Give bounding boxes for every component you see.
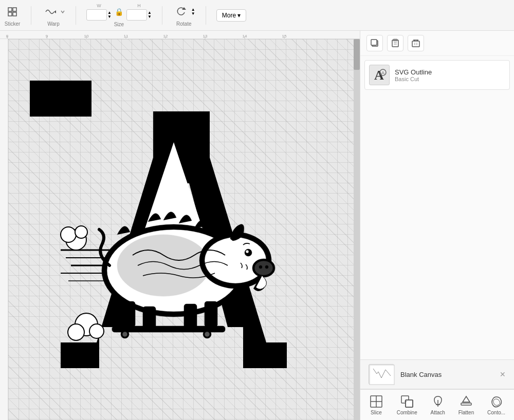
ruler-left [0,39,8,420]
ruler-mark-9: 9 [46,34,48,39]
layer-delete-button[interactable] [408,35,424,51]
warp-tool: Warp [42,4,65,27]
ruler-mark-15: 15 [282,34,287,39]
blank-canvas-label: Blank Canvas [400,371,442,378]
ruler-mark-13: 13 [203,34,208,39]
scrollbar-right[interactable] [354,39,360,420]
layers-list: A A SVG Outline Basic Cut [360,56,514,359]
layer-thumb-svg: A A [369,65,390,85]
layer-type-svg: Basic Cut [395,76,432,82]
warp-label: Warp [47,21,60,27]
layer-info-svg: SVG Outline Basic Cut [395,68,432,82]
more-arrow: ▾ [237,12,241,19]
contour-tool[interactable]: Conto... [483,392,509,417]
svg-point-18 [259,265,262,269]
ruler-mark-11: 11 [124,34,128,39]
attach-icon [431,394,445,409]
size-tool: W ▲ ▼ 🔒 H ▲ ▼ [86,3,152,27]
divider2 [76,6,76,25]
more-button[interactable]: More ▾ [216,9,246,22]
svg-point-17 [254,261,273,275]
ruler-mark-8: 8 [6,34,8,39]
scrollbar-thumb[interactable] [354,39,360,70]
rotate-label: Rotate [176,21,191,27]
svg-rect-10 [30,81,91,117]
contour-icon [489,394,504,409]
layer-name-svg: SVG Outline [395,68,432,76]
svg-text:▾: ▾ [405,399,407,404]
svg-rect-48 [412,41,419,47]
bottom-toolbar: Slice ▾ Combine Attach Flatten [360,389,514,420]
svg-rect-2 [8,12,12,16]
combine-tool[interactable]: ▾ Combine [393,392,421,417]
svg-point-32 [61,227,76,242]
rotate-tool: ▲ ▼ Rotate [173,4,195,27]
width-input[interactable] [86,9,107,21]
svg-rect-1 [13,8,16,11]
flatten-icon [459,394,473,409]
more-label: More [222,12,236,19]
divider3 [162,6,162,25]
warp-button[interactable] [42,4,58,20]
lock-icon[interactable]: 🔒 [115,8,123,16]
sticker-tool: Sticker [4,4,21,27]
svg-rect-24 [184,304,197,329]
svg-point-13 [117,235,210,296]
ruler-mark-12: 12 [163,34,168,39]
svg-point-15 [205,237,266,283]
svg-point-19 [265,265,268,269]
width-label: W [97,3,101,8]
blank-canvas-thumb [369,364,394,385]
combine-icon: ▾ [400,394,414,409]
svg-marker-4 [54,10,56,13]
size-label: Size [114,22,124,27]
contour-label: Conto... [487,410,505,415]
height-label: H [137,3,141,8]
svg-point-36 [89,324,104,338]
svg-point-35 [68,324,84,340]
svg-rect-43 [371,40,377,45]
svg-marker-5 [182,7,186,10]
svg-rect-0 [8,8,12,11]
blank-canvas-area: Blank Canvas ✕ [360,359,514,389]
svg-point-21 [246,250,249,253]
svg-point-41 [205,332,210,337]
main-toolbar: Sticker Warp W ▲ ▼ 🔒 [0,0,514,31]
layer-paste-button[interactable] [387,35,403,51]
slice-icon [369,394,383,409]
height-input[interactable] [126,9,147,21]
svg-rect-72 [461,403,471,405]
layer-item-svg-outline[interactable]: A A SVG Outline Basic Cut [364,60,510,90]
attach-label: Attach [431,410,445,415]
svg-rect-57 [370,365,394,385]
rotate-button[interactable] [173,4,189,20]
divider4 [206,6,206,25]
flatten-tool[interactable]: Flatten [454,392,479,417]
svg-rect-67 [406,400,413,407]
svg-rect-22 [122,301,135,327]
right-panel: Layers Color Sync ✕ A A SVG Outline [360,0,514,420]
height-down[interactable]: ▼ [148,15,152,19]
design-svg[interactable] [30,75,287,384]
canvas-area[interactable] [8,39,360,420]
flatten-label: Flatten [458,410,474,415]
layer-toolbar [360,31,514,56]
sticker-label: Sticker [5,21,21,27]
ruler-mark-10: 10 [84,34,89,39]
ruler-mark-14: 14 [243,34,247,39]
slice-tool[interactable]: Slice [365,392,388,417]
sticker-button[interactable] [4,4,21,20]
svg-rect-25 [205,301,217,327]
svg-marker-73 [463,396,470,402]
layer-copy-button[interactable] [366,35,383,51]
warp-dropdown-icon [60,9,65,14]
svg-point-33 [75,226,87,238]
attach-tool[interactable]: Attach [427,392,449,417]
slice-label: Slice [371,410,382,415]
ruler-top: 8 9 10 11 12 13 14 15 [0,31,360,39]
svg-text:A: A [381,70,384,75]
svg-rect-3 [13,12,16,16]
width-down[interactable]: ▼ [107,15,112,19]
blank-canvas-close-button[interactable]: ✕ [500,370,506,378]
rotate-down[interactable]: ▼ [191,12,195,16]
